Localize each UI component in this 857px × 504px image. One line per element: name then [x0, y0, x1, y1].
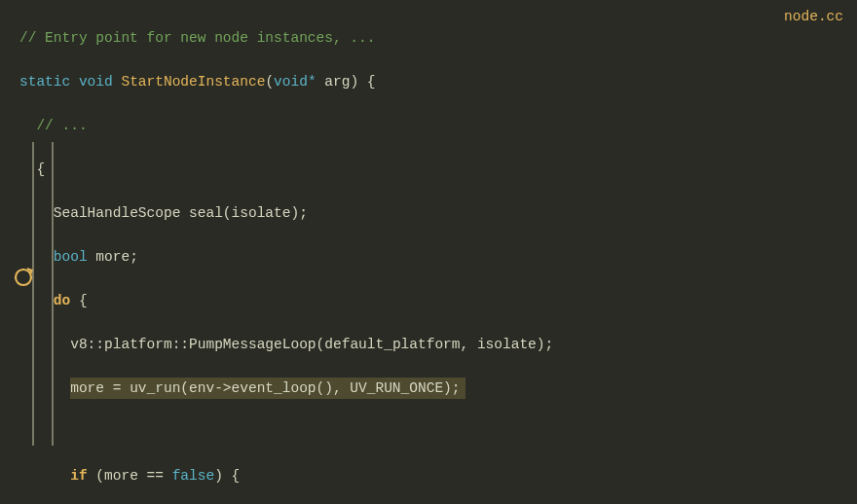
- param-name: arg: [317, 74, 351, 90]
- comment: // Entry point for new node instances, .…: [19, 30, 375, 46]
- brace: {: [36, 162, 45, 177]
- stmt: more = uv_run(env->event_loop(), UV_RUN_…: [70, 380, 460, 396]
- kw-if: if: [70, 468, 87, 484]
- kw-false: false: [172, 468, 215, 484]
- punc: ) {: [350, 74, 375, 90]
- code-line: more = uv_run(env->event_loop(), UV_RUN_…: [19, 378, 857, 399]
- punc: (: [265, 74, 274, 90]
- ns: v8::platform::: [70, 337, 189, 352]
- brace: {: [70, 293, 87, 308]
- filename-label: node.cc: [784, 6, 843, 27]
- code-line: [19, 421, 857, 443]
- code-line: v8::platform::PumpMessageLoop(default_pl…: [19, 334, 857, 355]
- code-line: do {: [19, 290, 857, 311]
- code-block: // Entry point for new node instances, .…: [0, 0, 857, 504]
- code-line: SealHandleScope seal(isolate);: [19, 202, 857, 224]
- args: (default_platform, isolate);: [317, 337, 554, 352]
- fn-name: StartNodeInstance: [121, 74, 265, 90]
- brace: ) {: [214, 468, 240, 484]
- indent-guide: [52, 142, 54, 446]
- code-line: // ...: [19, 115, 857, 136]
- code-line: if (more == false) {: [19, 465, 857, 486]
- code-line: bool more;: [19, 246, 857, 268]
- highlighted-line: more = uv_run(env->event_loop(), UV_RUN_…: [70, 378, 466, 399]
- stmt: SealHandleScope seal(isolate);: [54, 205, 308, 221]
- param-type: void*: [274, 74, 317, 90]
- indent-guide: [32, 142, 34, 446]
- kw-void: void: [79, 74, 113, 90]
- kw-bool: bool: [54, 249, 88, 265]
- stmt: more;: [88, 249, 138, 265]
- code-line: // Entry point for new node instances, .…: [19, 27, 857, 49]
- expr: (more ==: [88, 468, 172, 484]
- kw-do: do: [54, 293, 70, 308]
- comment: // ...: [36, 118, 87, 133]
- kw-static: static: [19, 74, 70, 90]
- refresh-icon: [12, 266, 35, 289]
- fn-call: PumpMessageLoop: [189, 337, 317, 352]
- code-line: static void StartNodeInstance(void* arg)…: [19, 71, 857, 92]
- code-line: {: [19, 159, 857, 180]
